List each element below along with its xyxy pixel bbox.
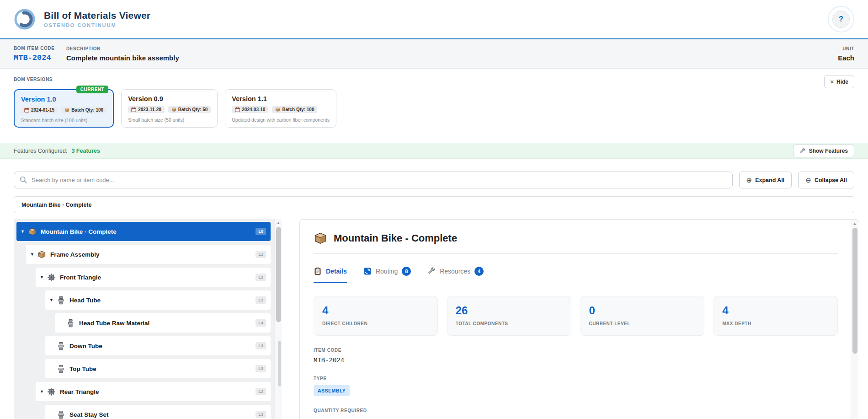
tree-row-mountain-bike-complete[interactable]: ▼ Mountain Bike - Complete L0	[16, 222, 271, 241]
stat-value: 0	[589, 304, 696, 317]
tree-item-icon	[57, 296, 65, 305]
toolbar: ⊕ Expand All ⊖ Collapse All	[14, 172, 854, 188]
show-features-button[interactable]: Show Features	[793, 145, 854, 157]
version-note: Standard batch size (100 units)	[21, 118, 107, 123]
package-icon	[275, 107, 280, 112]
breadcrumb-path: Mountain Bike - Complete	[21, 202, 91, 208]
stat-card: 4 DIRECT CHILDREN	[314, 296, 438, 336]
detail-tabs: Details Routing 8 Resources 4	[314, 267, 838, 283]
current-badge: CURRENT	[76, 86, 108, 93]
tree-item-label: Head Tube Raw Material	[79, 320, 149, 327]
bom-versions-label: BOM VERSIONS	[14, 77, 854, 82]
version-title: Version 1.0	[21, 96, 107, 103]
tree-scrollbar[interactable]: ▲	[274, 219, 282, 419]
tree-item-label: Head Tube	[69, 297, 101, 304]
tree-row-down-tube[interactable]: ▼ Down Tube L3	[45, 336, 271, 355]
version-date-chip: 2024-01-15	[21, 107, 58, 113]
level-badge: L3	[256, 296, 266, 304]
tree-row-top-tube[interactable]: ▼ Top Tube L3	[45, 359, 271, 378]
hide-versions-button[interactable]: × Hide	[824, 75, 854, 88]
caret-down-icon[interactable]: ▼	[40, 275, 47, 279]
expand-all-label: Expand All	[755, 177, 784, 183]
search-icon	[19, 176, 27, 184]
main-content: ▼ Mountain Bike - Complete L0 ▼ Frame As…	[0, 219, 868, 419]
tree-item-icon	[57, 410, 65, 419]
caret-down-icon[interactable]: ▼	[30, 252, 37, 257]
tab-details[interactable]: Details	[314, 267, 347, 283]
stat-label: MAX DEPTH	[722, 321, 829, 326]
tree-item-icon	[47, 387, 56, 396]
version-card[interactable]: Version 0.9 2023-11-20 Batch Qty: 50 Sma…	[121, 89, 218, 128]
quantity-required-label: QUANTITY REQUIRED	[314, 408, 838, 413]
search-input[interactable]	[14, 172, 733, 188]
version-card[interactable]: CURRENT Version 1.0 2024-01-15 Batch Qty…	[14, 89, 114, 128]
version-note: Updated design with carbon fiber compone…	[232, 117, 330, 123]
tree-item-icon	[47, 273, 56, 282]
tree-item-icon	[57, 365, 65, 373]
bom-item-bar: BOM ITEM CODE MTB-2024 DESCRIPTION Compl…	[0, 39, 868, 69]
expand-all-button[interactable]: ⊕ Expand All	[739, 172, 792, 188]
app-logo-icon	[14, 8, 36, 30]
detail-scrollbar[interactable]: ▲	[851, 220, 858, 419]
routing-icon	[363, 267, 372, 275]
tab-resources[interactable]: Resources 4	[427, 267, 484, 283]
stat-card: 4 MAX DEPTH	[714, 296, 838, 336]
bom-versions-section: BOM VERSIONS × Hide CURRENT Version 1.0 …	[0, 69, 868, 143]
version-batch-chip: Batch Qty: 50	[168, 106, 211, 113]
collapse-all-button[interactable]: ⊖ Collapse All	[798, 172, 854, 188]
type-label: TYPE	[314, 376, 838, 381]
detail-scrollbar-thumb[interactable]	[852, 228, 857, 354]
tree-item-label: Seat Stay Set	[69, 411, 109, 418]
tree-row-head-tube-raw-material[interactable]: ▼ Head Tube Raw Material L4	[55, 313, 271, 333]
bom-unit-label: UNIT	[838, 46, 854, 51]
divider	[314, 253, 838, 254]
level-badge: L3	[256, 365, 266, 372]
tab-label: Resources	[440, 268, 470, 275]
calendar-icon	[131, 107, 136, 112]
caret-down-icon[interactable]: ▼	[49, 298, 57, 302]
caret-down-icon[interactable]: ▼	[21, 229, 28, 234]
tree-scrollbar-thumb[interactable]	[276, 227, 281, 322]
tree-row-head-tube[interactable]: ▼ Head Tube L3	[45, 290, 271, 310]
tab-label: Details	[326, 268, 347, 275]
detail-panel: Mountain Bike - Complete Details Routing…	[299, 219, 859, 419]
tree-row-rear-triangle[interactable]: ▼ Rear Triangle L2	[36, 382, 271, 401]
caret-down-icon[interactable]: ▼	[40, 389, 47, 394]
tree-item-icon	[37, 250, 46, 259]
tree-row-seat-stay-set[interactable]: ▼ Seat Stay Set L3	[45, 405, 271, 419]
tree-item-icon	[28, 227, 37, 236]
help-button[interactable]: ?	[832, 11, 850, 28]
item-code-value: MTB-2024	[314, 357, 838, 364]
tree-row-front-triangle[interactable]: ▼ Front Triangle L2	[36, 268, 271, 287]
calendar-icon	[24, 107, 29, 113]
stats-row: 4 DIRECT CHILDREN 26 TOTAL COMPONENTS 0 …	[314, 296, 838, 336]
level-badge: L4	[256, 319, 266, 327]
bom-code-value: MTB-2024	[14, 54, 66, 62]
bom-unit-value: Each	[838, 54, 854, 62]
panel-resizer-handle[interactable]	[278, 341, 281, 387]
version-date-chip: 2024-03-10	[232, 106, 268, 113]
version-date-chip: 2023-11-20	[128, 106, 165, 113]
scroll-up-icon[interactable]: ▲	[851, 220, 858, 226]
bom-description-value: Complete mountain bike assembly	[66, 54, 838, 62]
tree-item-label: Frame Assembly	[50, 251, 100, 258]
tree-item-icon	[66, 319, 75, 328]
calendar-icon	[235, 107, 240, 112]
tree-item-label: Front Triangle	[60, 274, 101, 281]
close-icon: ×	[830, 78, 834, 85]
stat-value: 4	[722, 304, 829, 317]
collapse-icon: ⊖	[805, 176, 811, 184]
features-bar: Features Configured: 3 Features Show Fea…	[0, 143, 868, 159]
scroll-up-icon[interactable]: ▲	[275, 219, 282, 225]
tab-count-badge: 4	[474, 267, 484, 276]
collapse-all-label: Collapse All	[815, 177, 847, 183]
app-header: Bill of Materials Viewer OSTENDO CONTINU…	[0, 0, 868, 39]
type-badge: ASSEMBLY	[314, 385, 350, 396]
package-icon	[171, 107, 176, 112]
stat-value: 26	[456, 304, 563, 317]
version-card[interactable]: Version 1.1 2024-03-10 Batch Qty: 100 Up…	[225, 89, 336, 128]
bom-description-label: DESCRIPTION	[66, 46, 838, 51]
tree-row-frame-assembly[interactable]: ▼ Frame Assembly L1	[26, 245, 271, 264]
breadcrumb[interactable]: Mountain Bike - Complete	[14, 196, 854, 213]
tab-routing[interactable]: Routing 8	[363, 267, 411, 283]
